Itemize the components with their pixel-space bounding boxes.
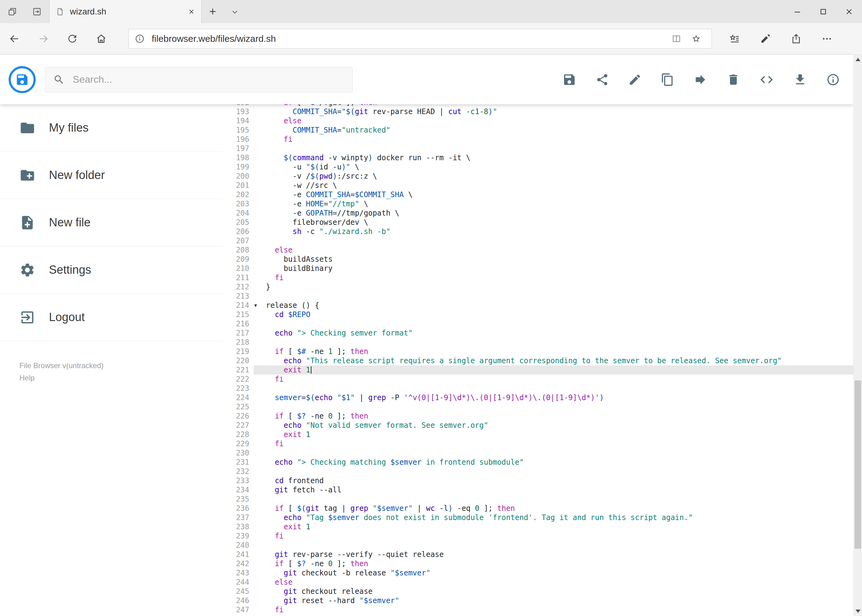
- code-line-text[interactable]: echo "> Checking semver format": [254, 328, 853, 338]
- site-info-icon[interactable]: [134, 33, 145, 44]
- code-line-text[interactable]: fi: [254, 605, 853, 614]
- line-number[interactable]: 209: [223, 255, 254, 264]
- help-link[interactable]: Help: [19, 374, 103, 382]
- line-number[interactable]: 200: [223, 171, 254, 181]
- line-number[interactable]: 225: [223, 402, 254, 412]
- code-line-text[interactable]: [254, 236, 853, 245]
- code-line-192[interactable]: 192 if [ -d /.git ]; then: [223, 104, 853, 107]
- code-line-223[interactable]: 223: [223, 384, 853, 393]
- code-line-195[interactable]: 195 COMMIT_SHA="untracked": [223, 126, 853, 135]
- code-line-text[interactable]: fi: [254, 135, 853, 144]
- code-line-233[interactable]: 233 cd frontend: [223, 476, 853, 485]
- line-number[interactable]: 235: [223, 495, 254, 504]
- line-number[interactable]: 234: [223, 485, 254, 495]
- line-number[interactable]: 247: [223, 605, 254, 614]
- code-line-text[interactable]: semver=$(echo "$1" | grep -P '^v(0|[1-9]…: [254, 393, 853, 402]
- code-line-211[interactable]: 211 fi: [223, 273, 853, 282]
- close-window-button[interactable]: [836, 0, 862, 23]
- line-number[interactable]: 193: [223, 107, 254, 116]
- minimize-button[interactable]: [785, 0, 810, 23]
- code-line-text[interactable]: [254, 448, 853, 457]
- line-number[interactable]: 206: [223, 227, 254, 236]
- line-number[interactable]: 226: [223, 412, 254, 421]
- code-line-214[interactable]: 214▾release () {: [223, 301, 853, 310]
- code-line-247[interactable]: 247 fi: [223, 605, 853, 614]
- code-line-text[interactable]: echo "Tag $semver does not exist in subm…: [254, 513, 853, 522]
- line-number[interactable]: 216: [223, 319, 254, 328]
- code-line-text[interactable]: if [ $(git tag | grep "$semver" | wc -l)…: [254, 504, 853, 513]
- code-line-222[interactable]: 222 fi: [223, 375, 853, 384]
- code-line-239[interactable]: 239 fi: [223, 531, 853, 541]
- line-number[interactable]: 237: [223, 513, 254, 522]
- code-line-243[interactable]: 243 git checkout -b release "$semver": [223, 568, 853, 578]
- code-line-193[interactable]: 193 COMMIT_SHA="$(git rev-parse HEAD | c…: [223, 107, 853, 116]
- line-number[interactable]: 203: [223, 199, 254, 209]
- code-line-text[interactable]: if [ $? -ne 0 ]; then: [254, 559, 853, 568]
- code-line-198[interactable]: 198 $(command -v winpty) docker run --rm…: [223, 153, 853, 162]
- code-line-text[interactable]: else: [254, 116, 853, 126]
- hub-button[interactable]: [719, 33, 750, 44]
- code-line-217[interactable]: 217 echo "> Checking semver format": [223, 328, 853, 338]
- code-line-text[interactable]: git checkout release: [254, 587, 853, 596]
- copy-button[interactable]: [661, 73, 674, 86]
- code-line-219[interactable]: 219 if [ $# -ne 1 ]; then: [223, 347, 853, 356]
- line-number[interactable]: 220: [223, 356, 254, 365]
- line-number[interactable]: 238: [223, 522, 254, 531]
- code-line-text[interactable]: echo "> Checking matching $semver in fro…: [254, 457, 853, 467]
- code-line-227[interactable]: 227 echo "Not valid semver format. See s…: [223, 421, 853, 430]
- more-menu-button[interactable]: [812, 33, 842, 44]
- fold-marker-icon[interactable]: ▾: [254, 301, 257, 310]
- back-button[interactable]: [0, 33, 29, 44]
- sidebar-item-new-folder[interactable]: New folder: [0, 152, 223, 199]
- line-number[interactable]: 196: [223, 135, 254, 144]
- line-number[interactable]: 227: [223, 421, 254, 430]
- line-number[interactable]: 210: [223, 264, 254, 273]
- code-line-208[interactable]: 208 else: [223, 245, 853, 255]
- code-line-196[interactable]: 196 fi: [223, 135, 853, 144]
- line-number[interactable]: 228: [223, 430, 254, 439]
- line-number[interactable]: 231: [223, 457, 254, 467]
- line-number[interactable]: 229: [223, 439, 254, 448]
- code-line-224[interactable]: 224 semver=$(echo "$1" | grep -P '^v(0|[…: [223, 393, 853, 402]
- tab-preview-button[interactable]: [0, 0, 25, 23]
- code-line-232[interactable]: 232: [223, 467, 853, 476]
- line-number[interactable]: 205: [223, 218, 254, 227]
- code-line-text[interactable]: [254, 495, 853, 504]
- search-input[interactable]: [72, 74, 344, 85]
- scroll-down-arrow-icon[interactable]: [856, 610, 860, 613]
- line-number[interactable]: 211: [223, 273, 254, 282]
- code-line-text[interactable]: -e GOPATH=//tmp/gopath \: [254, 209, 853, 218]
- code-line-text[interactable]: fi: [254, 531, 853, 541]
- code-line-text[interactable]: git checkout -b release "$semver": [254, 568, 853, 578]
- code-line-207[interactable]: 207: [223, 236, 853, 245]
- code-line-text[interactable]: echo "Not valid semver format. See semve…: [254, 421, 853, 430]
- code-line-text[interactable]: if [ $# -ne 1 ]; then: [254, 347, 853, 356]
- code-line-206[interactable]: 206 sh -c "./wizard.sh -b": [223, 227, 853, 236]
- tab-list-button[interactable]: [224, 0, 246, 23]
- line-number[interactable]: 245: [223, 587, 254, 596]
- line-number[interactable]: 230: [223, 448, 254, 457]
- code-line-218[interactable]: 218: [223, 338, 853, 347]
- line-number[interactable]: 214: [223, 301, 254, 310]
- line-number[interactable]: 242: [223, 559, 254, 568]
- code-line-text[interactable]: }: [254, 282, 853, 292]
- line-number[interactable]: 194: [223, 116, 254, 126]
- sidebar-item-settings[interactable]: Settings: [0, 246, 223, 294]
- line-number[interactable]: 192: [223, 104, 254, 107]
- code-line-216[interactable]: 216: [223, 319, 853, 328]
- code-line-text[interactable]: $(command -v winpty) docker run --rm -it…: [254, 153, 853, 162]
- code-line-text[interactable]: echo "This release script requires a sin…: [254, 356, 853, 365]
- sidebar-item-my-files[interactable]: My files: [0, 104, 223, 152]
- code-line-245[interactable]: 245 git checkout release: [223, 587, 853, 596]
- code-line-text[interactable]: [254, 384, 853, 393]
- code-line-text[interactable]: COMMIT_SHA="untracked": [254, 126, 853, 135]
- code-line-text[interactable]: [254, 319, 853, 328]
- line-number[interactable]: 201: [223, 181, 254, 190]
- code-line-text[interactable]: if [ -d /.git ]; then: [254, 104, 853, 107]
- line-number[interactable]: 239: [223, 531, 254, 541]
- line-number[interactable]: 195: [223, 126, 254, 135]
- code-line-212[interactable]: 212}: [223, 282, 853, 292]
- edit-button[interactable]: [628, 73, 641, 86]
- info-button[interactable]: [826, 73, 840, 86]
- url-text[interactable]: filebrowser.web/files/wizard.sh: [152, 33, 667, 44]
